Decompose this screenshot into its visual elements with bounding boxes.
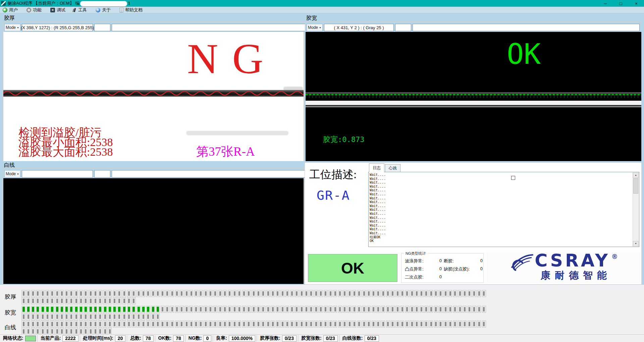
ng-stats-left-column: 波浪异常:0凸点异常:0二次点胶:0 [405, 258, 442, 280]
indicator-cell-empty [98, 290, 102, 297]
indicator-cell-empty [170, 306, 174, 313]
indicator-cell-empty [93, 328, 97, 335]
indicator-cell-empty [184, 306, 189, 313]
indicator-cell-empty [223, 290, 227, 297]
indicator-cell-empty [338, 321, 342, 328]
log-checkbox[interactable] [511, 176, 515, 180]
redaction-blob [80, 1, 127, 6]
indicator-cell-ok [84, 306, 88, 313]
ng-stat-label: 缺胶(没点胶): [444, 266, 470, 272]
status-segment: 总数:78 [128, 335, 153, 342]
overall-result-button[interactable]: OK [308, 254, 397, 282]
ng-stat-row: 二次点胶:0 [405, 274, 442, 280]
log-line: Wait.... [370, 212, 632, 216]
indicator-cell-empty [69, 313, 73, 320]
indicator-cell-empty [21, 313, 25, 320]
indicator-cell-empty [352, 290, 356, 297]
indicator-cell-empty [376, 306, 380, 313]
indicator-cell-empty [180, 321, 184, 328]
ng-stat-value: 0 [480, 258, 483, 264]
menu-item-user[interactable]: 用户 [3, 7, 18, 13]
log-panel[interactable]: Wait....Wait....Wait....Wait....Wait....… [368, 172, 639, 247]
indicator-cell-empty [439, 321, 443, 328]
indicator-cell-empty [338, 290, 342, 297]
indicator-cell-empty [472, 321, 476, 328]
glue-thickness-image[interactable]: NG 检测到溢胶/脏污 溢胶最小面积:2538 溢胶最大面积:2538 第37张… [3, 32, 304, 161]
indicator-cell-empty [41, 290, 45, 297]
indicator-cell-empty [295, 321, 299, 328]
indicator-cell-empty [347, 306, 352, 313]
indicator-cell-empty [285, 321, 289, 328]
glue-width-mode-dropdown[interactable]: Mode▼ [307, 24, 323, 31]
menu-label: 工具 [78, 7, 87, 13]
glue-thickness-toolbar-box-3 [112, 24, 305, 31]
indicator-cell-empty [93, 297, 97, 304]
indicator-cell-empty [84, 313, 88, 320]
indicator-cell-ok [113, 306, 117, 313]
status-segment: 良率:100.000% [214, 335, 255, 342]
indicator-cell-empty [209, 290, 213, 297]
indicator-cell-empty [89, 290, 93, 297]
tab-heartbeat[interactable]: 心跳 [385, 164, 400, 172]
glue-width-image[interactable]: OK 胶宽:0.873 [306, 32, 641, 161]
tab-log[interactable]: 日志 [369, 163, 384, 172]
indicator-row-glue-thickness-1 [21, 290, 486, 297]
window-title-suffix: 1 [128, 1, 130, 6]
menu-item-about[interactable]: i 关于 [96, 7, 111, 13]
indicator-cell-empty [429, 306, 433, 313]
station-description-value: GR-A [317, 188, 350, 203]
menu-item-functions[interactable]: 功能 [26, 7, 42, 13]
indicator-cell-empty [65, 321, 69, 328]
indicator-cell-empty [386, 306, 390, 313]
scroll-up-icon[interactable]: ▲ [633, 173, 639, 178]
indicator-cell-empty [381, 306, 385, 313]
indicator-cell-empty [372, 306, 376, 313]
glue-width-result-text: OK [507, 40, 541, 68]
minimize-button[interactable]: ─ [598, 0, 613, 7]
indicator-cell-empty [257, 306, 261, 313]
indicator-cell-empty [228, 306, 232, 313]
indicator-cell-empty [74, 290, 78, 297]
close-button[interactable]: × [629, 0, 644, 7]
indicator-cell-empty [405, 306, 409, 313]
status-label: 胶宽张数: [300, 335, 323, 341]
scrollbar-thumb[interactable] [633, 178, 638, 194]
indicator-cell-ok [55, 306, 59, 313]
indicator-cell-empty [309, 321, 313, 328]
menu-bar: 用户 功能 ✕ 调试 工具 i 关于 帮助文档 [0, 7, 644, 13]
debug-icon: ✕ [50, 8, 55, 12]
glue-thickness-pixel-readout: (X 398,Y 1272) : (R 255,G 255,B 255) [22, 24, 93, 31]
white-line-mode-dropdown[interactable]: Mode▼ [4, 170, 20, 178]
menu-item-tools[interactable]: 工具 [74, 7, 87, 13]
indicator-cell-empty [36, 328, 40, 335]
indicator-cell-empty [180, 306, 184, 313]
scroll-down-icon[interactable]: ▼ [633, 241, 639, 246]
ng-stat-row: 凸点异常:0 [405, 266, 442, 272]
menu-item-debug[interactable]: ✕ 调试 [50, 7, 65, 13]
indicator-cell-empty [65, 290, 69, 297]
indicator-cell-empty [477, 321, 481, 328]
indicator-cell-empty [113, 313, 117, 320]
indicator-cell-ok [45, 306, 49, 313]
indicator-cell-empty [280, 321, 284, 328]
menu-item-help-doc[interactable]: 帮助文档 [119, 7, 143, 13]
status-label: 总数: [128, 335, 143, 341]
indicator-cell-empty [189, 290, 193, 297]
glue-thickness-mode-dropdown[interactable]: Mode▼ [4, 24, 20, 31]
white-line-pixel-readout [22, 170, 93, 178]
indicator-cell-ok [132, 306, 136, 313]
indicator-cell-empty [372, 290, 376, 297]
status-divider [339, 335, 339, 342]
log-line: Wait.... [370, 181, 632, 185]
log-scrollbar[interactable]: ▲ ▼ [633, 173, 639, 246]
indicator-cell-empty [415, 290, 419, 297]
indicator-cell-empty [194, 290, 198, 297]
white-line-image[interactable] [3, 178, 304, 284]
indicator-cell-empty [232, 306, 236, 313]
indicator-cell-empty [26, 328, 30, 335]
indicator-cell-ok [122, 306, 126, 313]
indicator-cell-empty [31, 328, 35, 335]
indicator-cell-ok [21, 306, 25, 313]
indicator-cell-empty [309, 290, 313, 297]
maximize-button[interactable]: □ [613, 0, 629, 7]
